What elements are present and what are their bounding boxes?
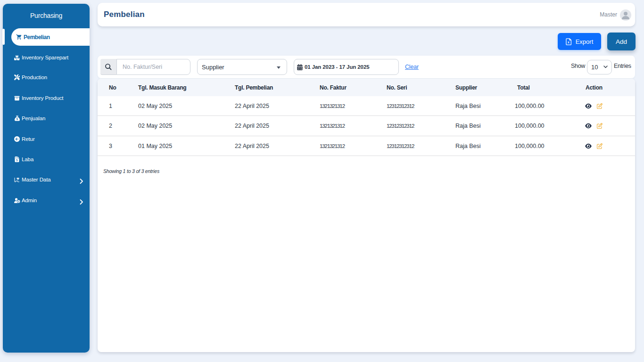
svg-text:x: x [568,41,570,44]
